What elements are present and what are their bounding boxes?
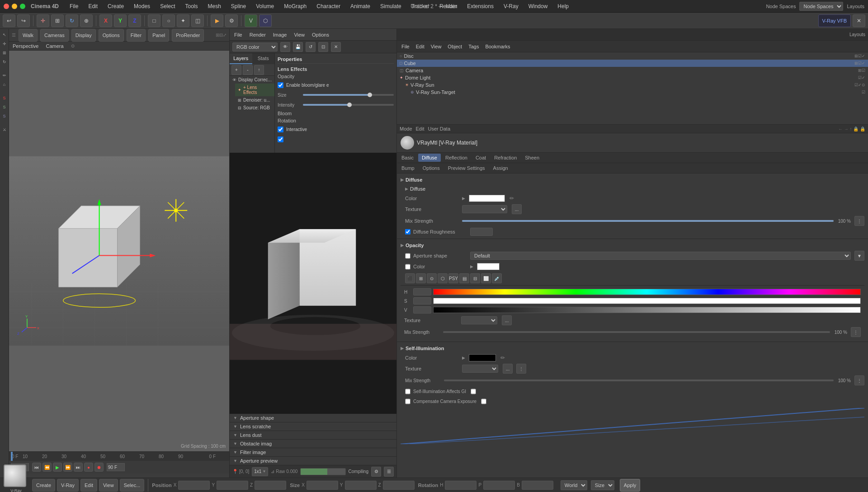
opacity-header[interactable]: ▶ Opacity bbox=[401, 241, 864, 250]
layer-denoiser[interactable]: ⊞ Denoiser: u... bbox=[235, 96, 274, 104]
scene-tags[interactable]: Tags bbox=[467, 43, 481, 50]
size-y-input[interactable]: 200 cm bbox=[345, 481, 377, 490]
viewport-options-btn[interactable]: Options bbox=[99, 29, 124, 42]
v-input[interactable]: 100% bbox=[413, 306, 431, 314]
scene-file[interactable]: File bbox=[400, 43, 411, 50]
apply-button[interactable]: Apply bbox=[620, 479, 641, 492]
vfb-save-btn[interactable]: 💾 bbox=[293, 42, 303, 52]
tree-camera[interactable]: ◫ Camera ⊞☑ bbox=[397, 67, 868, 74]
cp-icon-1[interactable]: ⬛ bbox=[405, 273, 415, 283]
vfb-render-area[interactable] bbox=[230, 153, 396, 414]
layer-lens-effects[interactable]: ✦ + Lens Effects bbox=[235, 84, 274, 96]
tool-rotate[interactable]: ↻ bbox=[0, 58, 9, 66]
vfb-eye-btn[interactable]: 👁 bbox=[280, 42, 290, 52]
layer-up-btn[interactable]: ↑ bbox=[254, 65, 264, 75]
aperture-preview-section[interactable]: ▼ Aperture preview bbox=[230, 457, 396, 465]
vfb-title[interactable]: V-Ray VFB bbox=[818, 14, 851, 27]
bottom-select-btn[interactable]: Selec... bbox=[120, 479, 145, 492]
user-data-label[interactable]: User Data bbox=[428, 126, 451, 131]
mix-strength-2-bar[interactable] bbox=[443, 331, 830, 333]
size-dropdown[interactable]: Size bbox=[591, 480, 614, 490]
opacity-color-swatch[interactable] bbox=[477, 263, 500, 270]
vfb-region-btn[interactable]: ⊡ bbox=[318, 42, 328, 52]
play-to-start[interactable]: ⏮ bbox=[32, 463, 41, 472]
layers-tab[interactable]: Layers bbox=[230, 53, 252, 64]
menu-extensions[interactable]: Extensions bbox=[465, 2, 495, 10]
hue-bar[interactable] bbox=[433, 289, 861, 295]
si-expand[interactable]: ▶ bbox=[462, 356, 465, 360]
maximize-button[interactable] bbox=[20, 4, 25, 9]
source-select[interactable]: Default bbox=[470, 252, 851, 260]
si-menu-btn[interactable]: ⋮ bbox=[516, 364, 526, 374]
material-preview-ball[interactable] bbox=[401, 136, 414, 150]
create-light[interactable]: ✦ bbox=[177, 14, 189, 27]
enable-bloom-checkbox[interactable] bbox=[278, 82, 283, 88]
oc-expand[interactable]: ▶ bbox=[470, 264, 473, 269]
menu-help[interactable]: Help bbox=[556, 2, 571, 10]
scene-bookmarks[interactable]: Bookmarks bbox=[483, 43, 512, 50]
mat-tab-bump[interactable]: Bump bbox=[398, 164, 418, 172]
tree-dome-light[interactable]: ✦ Dome Light ☑✓ bbox=[397, 74, 868, 81]
pos-z-input[interactable]: 24.877 cm bbox=[255, 481, 286, 490]
viewport-display-btn[interactable]: Display bbox=[71, 29, 96, 42]
texture-browse-btn[interactable]: ... bbox=[512, 204, 522, 214]
remove-layer-btn[interactable]: - bbox=[243, 65, 253, 75]
bottom-create-btn[interactable]: Create bbox=[32, 479, 55, 492]
menu-volume[interactable]: Volume bbox=[254, 2, 276, 10]
material-thumbnail[interactable] bbox=[4, 464, 26, 487]
viewport-canvas[interactable]: X Y Z Grid Spacing : 100 cm bbox=[9, 51, 229, 451]
menu-mograph[interactable]: MoGraph bbox=[282, 2, 308, 10]
h-input[interactable]: 0° bbox=[413, 288, 431, 295]
minimize-button[interactable] bbox=[12, 4, 17, 9]
mat-tab-preview[interactable]: Preview Settings bbox=[444, 164, 489, 172]
play-to-end[interactable]: ⏭ bbox=[74, 463, 83, 472]
size-slider[interactable] bbox=[303, 94, 394, 96]
cp-icon-4[interactable]: ⬡ bbox=[438, 273, 448, 283]
menu-select[interactable]: Select bbox=[158, 2, 177, 10]
axis-x[interactable]: X bbox=[99, 14, 112, 27]
diffuse-color-swatch[interactable] bbox=[469, 195, 505, 202]
texture-select[interactable] bbox=[462, 205, 507, 213]
step-back[interactable]: ⏪ bbox=[42, 463, 52, 472]
self-illum-header[interactable]: ▶ Self-Illumination bbox=[401, 344, 864, 353]
val-bar[interactable] bbox=[433, 307, 861, 313]
scale-tool[interactable]: ⊞ bbox=[51, 14, 64, 27]
tree-vray-sun[interactable]: ☀ V-Ray Sun ☑✓⊙ bbox=[402, 81, 868, 89]
vfb-file[interactable]: File bbox=[232, 31, 244, 38]
play-btn[interactable]: ▶ bbox=[53, 463, 62, 472]
cp-icon-6[interactable]: ▤ bbox=[459, 273, 469, 283]
size-z-input[interactable]: 200 cm bbox=[383, 481, 415, 490]
size-handle[interactable] bbox=[368, 93, 372, 97]
vfb-refresh-btn[interactable]: ↺ bbox=[306, 42, 316, 52]
close-button[interactable] bbox=[4, 4, 9, 9]
viewport-panel-btn[interactable]: Panel bbox=[148, 29, 169, 42]
bottom-vray-btn[interactable]: V-Ray bbox=[57, 479, 79, 492]
move-tool[interactable]: ✛ bbox=[37, 14, 49, 27]
mix-menu-btn[interactable]: ⋮ bbox=[854, 216, 864, 226]
color-expand-arrow[interactable]: ▶ bbox=[462, 196, 465, 201]
vfb-btn[interactable]: ⬡ bbox=[259, 14, 272, 27]
menu-modes[interactable]: Modes bbox=[132, 2, 152, 10]
layouts-btn[interactable]: Layouts bbox=[849, 32, 865, 37]
render-btn[interactable]: ▶ bbox=[211, 14, 223, 27]
scene-object[interactable]: Object bbox=[446, 43, 464, 50]
vfb-view[interactable]: View bbox=[292, 31, 307, 38]
cp-icon-2[interactable]: ⊞ bbox=[416, 273, 426, 283]
viewport-cameras-btn[interactable]: Cameras bbox=[40, 29, 69, 42]
create-sphere[interactable]: ○ bbox=[162, 14, 175, 27]
obstacle-section[interactable]: ▼ Obstacle imag bbox=[230, 440, 396, 448]
tool-sculpt[interactable]: ⌂ bbox=[0, 80, 9, 89]
menu-window[interactable]: Window bbox=[527, 2, 550, 10]
lens-dust-section[interactable]: ▼ Lens dust bbox=[230, 431, 396, 440]
si-texture-select[interactable] bbox=[462, 365, 498, 373]
redo-button[interactable]: ↪ bbox=[17, 14, 30, 27]
menu-vray[interactable]: V-Ray bbox=[502, 2, 520, 10]
tool-paint[interactable]: ✏ bbox=[0, 71, 9, 80]
tool-move[interactable]: ✛ bbox=[0, 40, 9, 48]
si-browse-btn[interactable]: ... bbox=[503, 364, 513, 374]
intensity-handle[interactable] bbox=[347, 103, 352, 107]
vray-btn[interactable]: V bbox=[245, 14, 257, 27]
menu-tools[interactable]: Tools bbox=[183, 2, 199, 10]
viewport-menu-icon[interactable]: ☰ bbox=[12, 33, 16, 37]
rotate-tool[interactable]: ↻ bbox=[66, 14, 78, 27]
